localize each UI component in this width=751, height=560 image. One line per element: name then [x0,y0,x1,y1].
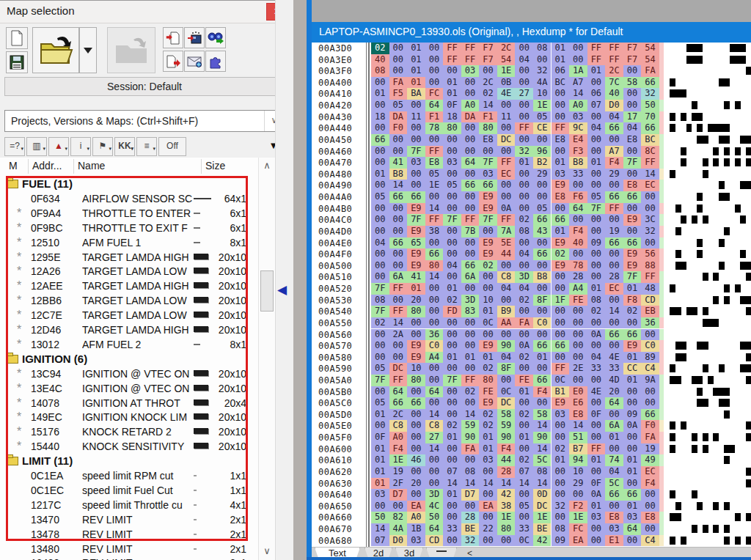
hex-byte[interactable]: 00 [443,409,461,421]
hex-byte[interactable]: 05 [587,191,606,203]
hex-byte[interactable]: 66 [605,329,623,341]
hex-byte[interactable]: 00 [461,283,480,295]
hex-byte[interactable]: 00 [407,329,425,341]
hex-byte[interactable]: 00 [515,134,533,146]
hex-byte[interactable]: 00 [623,226,642,237]
hex-byte[interactable]: E9 [552,237,570,249]
hex-byte[interactable]: 00 [479,283,497,295]
hex-byte[interactable]: 14 [569,88,587,100]
hex-byte[interactable]: 66 [389,397,408,409]
hex-byte[interactable]: 09 [552,535,570,547]
hex-byte[interactable]: 00 [389,54,408,66]
hex-byte[interactable]: 08 [515,226,533,237]
tree-map-row-0f9bc[interactable]: *0F9BCTHROTTLE TO EXIT F6x1 [0,221,258,235]
hex-byte[interactable]: 00 [497,260,516,272]
hex-byte[interactable]: F1 [425,111,444,123]
hex-byte[interactable]: 00 [552,100,570,111]
hex-byte[interactable]: 00 [569,340,587,352]
hex-byte[interactable]: 00 [569,214,587,226]
hex-byte[interactable]: 2E [569,363,587,375]
hex-byte[interactable]: 00 [623,432,642,443]
hex-byte[interactable]: 08 [552,523,570,535]
hex-byte[interactable]: FF [552,363,570,375]
hex-byte[interactable]: 00 [371,214,389,226]
hex-byte[interactable]: 00 [407,409,425,421]
hex-byte[interactable]: 02 [587,306,606,317]
hex-byte[interactable]: 00 [425,237,444,249]
hex-byte[interactable]: FF [587,43,606,54]
tree-map-row-15440[interactable]: *15440KNOCK SENSITIVITY20x10 [0,439,258,454]
hex-byte[interactable]: 7B [461,226,480,237]
import-map-button[interactable] [184,27,205,48]
hex-byte[interactable]: 01 [371,478,389,490]
hex-byte[interactable]: 00 [605,340,623,352]
hex-byte[interactable]: 7F [479,214,497,226]
hex-byte[interactable]: 0F [587,478,606,490]
hex-byte[interactable]: E4 [569,134,587,146]
hex-byte[interactable]: A7 [569,77,587,89]
hex-byte[interactable]: F4 [569,226,587,237]
hex-byte[interactable]: 00 [461,77,480,89]
hex-byte[interactable]: 00 [389,295,408,306]
tree-map-row-12c7e[interactable]: *12C7ETARGET LAMDA LOW20x10 [0,308,258,323]
hex-byte[interactable]: 00 [389,146,408,158]
hex-byte[interactable]: 28 [497,466,516,478]
hex-byte[interactable]: F8 [623,295,642,306]
hex-byte[interactable]: 32 [641,88,659,100]
tree-map-row-13c94[interactable]: *13C94IGNITION @ VTEC ON20x10 [0,366,258,381]
hex-byte[interactable]: 00 [533,306,552,317]
hex-byte[interactable]: 00 [443,443,461,455]
tree-map-row-13e4c[interactable]: *13E4CIGNITION @ VTEC ON20x10 [0,381,258,396]
hex-byte[interactable]: 00 [443,65,461,77]
hex-byte[interactable]: E8 [623,134,642,146]
hex-byte[interactable]: 00 [587,111,606,123]
hex-byte[interactable]: 54 [497,54,516,66]
tree-map-row-0c1ea[interactable]: 0C1EAspeed limit RPM cut1x1 [0,468,258,483]
panel-splitter[interactable] [275,0,294,560]
hex-byte[interactable]: 66 [623,329,642,341]
hex-byte[interactable]: 04 [587,352,606,364]
hex-byte[interactable]: 00 [587,523,606,535]
hex-byte[interactable]: 7F [443,214,461,226]
hex-byte[interactable]: 00 [371,248,389,260]
hex-byte[interactable]: A4 [569,283,587,295]
hex-byte[interactable]: BE [461,523,480,535]
hex-byte[interactable]: 20 [605,386,623,398]
hex-byte[interactable]: 18 [371,111,389,123]
hex-byte[interactable]: 01 [443,283,461,295]
hex-byte[interactable]: E9 [479,237,497,249]
hex-byte[interactable]: 29 [605,169,623,180]
hex-byte[interactable]: 00 [515,111,533,123]
hex-byte[interactable]: 44 [497,248,516,260]
hex-byte[interactable]: 00 [443,248,461,260]
hex-byte[interactable]: FD [443,306,461,317]
hex-byte[interactable]: 00 [461,363,480,375]
hex-byte[interactable]: EC [497,169,516,180]
hex-byte[interactable]: 66 [389,191,408,203]
hex-byte[interactable]: 1A [569,65,587,77]
hex-byte[interactable]: 27 [425,432,444,443]
hex-byte[interactable]: 03 [407,157,425,169]
hex-byte[interactable]: 00 [461,191,480,203]
plugin-button[interactable] [205,51,226,72]
hex-byte[interactable]: 02 [461,386,480,398]
hex-byte[interactable]: 00 [587,169,606,180]
hex-byte[interactable]: 90 [533,432,552,443]
hex-byte[interactable]: 7F [371,306,389,317]
hex-byte[interactable]: 01 [552,43,570,54]
hex-byte[interactable]: C8 [425,420,444,432]
hex-byte[interactable]: 00 [569,375,587,386]
hex-byte[interactable]: 00 [461,454,480,466]
hex-byte[interactable]: E9 [479,248,497,260]
hex-byte[interactable]: 00 [443,226,461,237]
hex-byte[interactable]: 07 [515,466,533,478]
tree-map-row-13478[interactable]: 13478REV LIMIT2x1 [0,527,258,542]
hex-byte[interactable]: BC [552,77,570,89]
hex-byte[interactable]: C0 [533,317,552,329]
mini-dropdown-icon[interactable]: ▾ [65,140,67,157]
mini-dropdown-icon[interactable]: ▾ [87,140,89,157]
hex-byte[interactable]: 5C [605,478,623,490]
session-button[interactable]: Session: Default [4,77,285,96]
hex-byte[interactable]: A0 [461,100,480,111]
hex-byte[interactable]: C8 [497,271,516,283]
